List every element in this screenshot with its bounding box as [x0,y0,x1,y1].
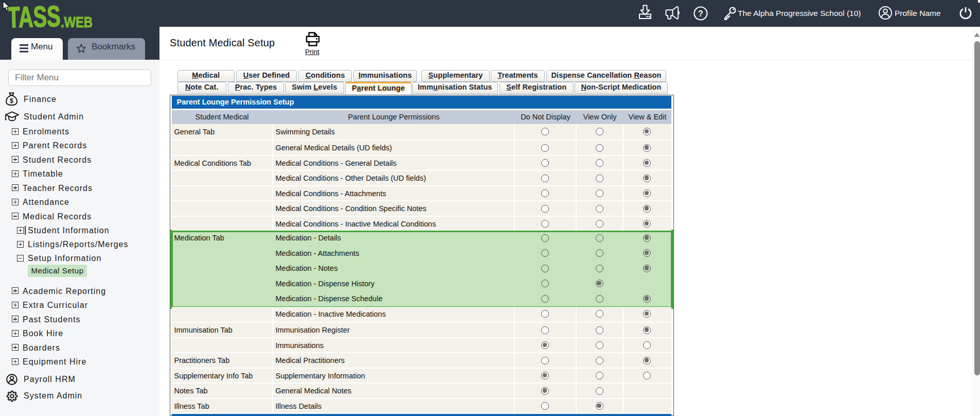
svg-text:.WEB: .WEB [61,14,93,30]
svg-text:?: ? [698,9,703,18]
svg-text:TASS: TASS [7,3,61,32]
svg-text:$: $ [10,97,13,105]
